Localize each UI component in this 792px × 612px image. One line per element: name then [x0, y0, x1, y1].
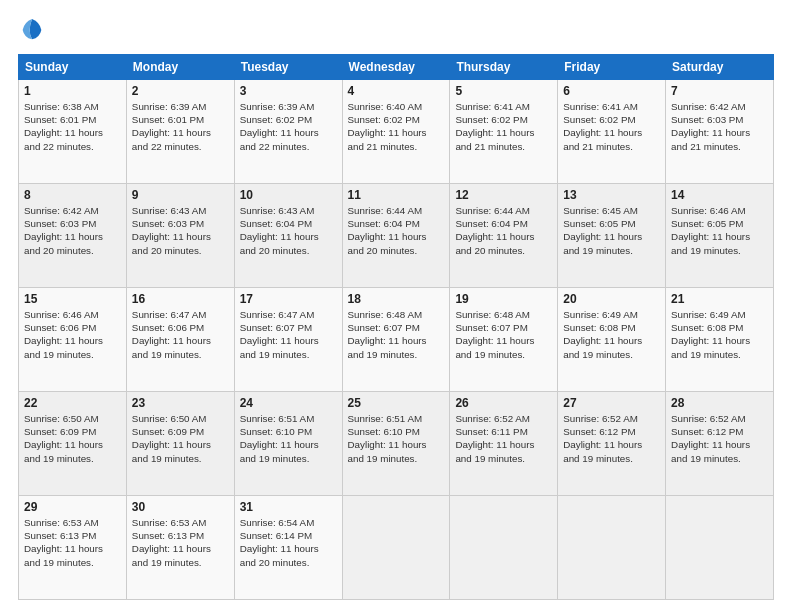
day-info: Sunrise: 6:49 AMSunset: 6:08 PMDaylight:… — [671, 309, 750, 360]
page: SundayMondayTuesdayWednesdayThursdayFrid… — [0, 0, 792, 612]
day-info: Sunrise: 6:51 AMSunset: 6:10 PMDaylight:… — [348, 413, 427, 464]
day-number: 11 — [348, 188, 445, 202]
day-number: 22 — [24, 396, 121, 410]
day-number: 6 — [563, 84, 660, 98]
calendar-cell: 9 Sunrise: 6:43 AMSunset: 6:03 PMDayligh… — [126, 184, 234, 288]
week-row-3: 15 Sunrise: 6:46 AMSunset: 6:06 PMDaylig… — [19, 288, 774, 392]
day-number: 2 — [132, 84, 229, 98]
calendar-cell: 31 Sunrise: 6:54 AMSunset: 6:14 PMDaylig… — [234, 496, 342, 600]
calendar-cell: 30 Sunrise: 6:53 AMSunset: 6:13 PMDaylig… — [126, 496, 234, 600]
calendar-cell: 1 Sunrise: 6:38 AMSunset: 6:01 PMDayligh… — [19, 80, 127, 184]
day-header-friday: Friday — [558, 55, 666, 80]
calendar-cell — [666, 496, 774, 600]
day-number: 7 — [671, 84, 768, 98]
day-info: Sunrise: 6:47 AMSunset: 6:07 PMDaylight:… — [240, 309, 319, 360]
day-info: Sunrise: 6:42 AMSunset: 6:03 PMDaylight:… — [671, 101, 750, 152]
calendar-cell: 2 Sunrise: 6:39 AMSunset: 6:01 PMDayligh… — [126, 80, 234, 184]
day-number: 28 — [671, 396, 768, 410]
day-info: Sunrise: 6:41 AMSunset: 6:02 PMDaylight:… — [455, 101, 534, 152]
week-row-4: 22 Sunrise: 6:50 AMSunset: 6:09 PMDaylig… — [19, 392, 774, 496]
day-number: 31 — [240, 500, 337, 514]
day-info: Sunrise: 6:46 AMSunset: 6:05 PMDaylight:… — [671, 205, 750, 256]
calendar-cell — [342, 496, 450, 600]
day-info: Sunrise: 6:43 AMSunset: 6:03 PMDaylight:… — [132, 205, 211, 256]
calendar-cell: 12 Sunrise: 6:44 AMSunset: 6:04 PMDaylig… — [450, 184, 558, 288]
calendar-table: SundayMondayTuesdayWednesdayThursdayFrid… — [18, 54, 774, 600]
logo-icon — [18, 16, 46, 44]
calendar-cell: 27 Sunrise: 6:52 AMSunset: 6:12 PMDaylig… — [558, 392, 666, 496]
calendar-header: SundayMondayTuesdayWednesdayThursdayFrid… — [19, 55, 774, 80]
calendar-cell: 25 Sunrise: 6:51 AMSunset: 6:10 PMDaylig… — [342, 392, 450, 496]
calendar-cell — [450, 496, 558, 600]
day-header-thursday: Thursday — [450, 55, 558, 80]
calendar-cell: 11 Sunrise: 6:44 AMSunset: 6:04 PMDaylig… — [342, 184, 450, 288]
calendar-cell: 19 Sunrise: 6:48 AMSunset: 6:07 PMDaylig… — [450, 288, 558, 392]
calendar-cell: 7 Sunrise: 6:42 AMSunset: 6:03 PMDayligh… — [666, 80, 774, 184]
day-number: 5 — [455, 84, 552, 98]
day-info: Sunrise: 6:52 AMSunset: 6:12 PMDaylight:… — [671, 413, 750, 464]
day-header-tuesday: Tuesday — [234, 55, 342, 80]
day-number: 24 — [240, 396, 337, 410]
day-info: Sunrise: 6:47 AMSunset: 6:06 PMDaylight:… — [132, 309, 211, 360]
calendar-cell: 28 Sunrise: 6:52 AMSunset: 6:12 PMDaylig… — [666, 392, 774, 496]
day-number: 13 — [563, 188, 660, 202]
header-row: SundayMondayTuesdayWednesdayThursdayFrid… — [19, 55, 774, 80]
calendar-cell: 6 Sunrise: 6:41 AMSunset: 6:02 PMDayligh… — [558, 80, 666, 184]
day-number: 23 — [132, 396, 229, 410]
day-number: 3 — [240, 84, 337, 98]
calendar-cell: 26 Sunrise: 6:52 AMSunset: 6:11 PMDaylig… — [450, 392, 558, 496]
day-info: Sunrise: 6:52 AMSunset: 6:12 PMDaylight:… — [563, 413, 642, 464]
day-header-wednesday: Wednesday — [342, 55, 450, 80]
day-info: Sunrise: 6:52 AMSunset: 6:11 PMDaylight:… — [455, 413, 534, 464]
day-number: 30 — [132, 500, 229, 514]
logo — [18, 16, 50, 44]
calendar-cell: 10 Sunrise: 6:43 AMSunset: 6:04 PMDaylig… — [234, 184, 342, 288]
day-number: 29 — [24, 500, 121, 514]
day-number: 12 — [455, 188, 552, 202]
calendar-cell: 16 Sunrise: 6:47 AMSunset: 6:06 PMDaylig… — [126, 288, 234, 392]
calendar-cell: 3 Sunrise: 6:39 AMSunset: 6:02 PMDayligh… — [234, 80, 342, 184]
calendar-cell: 8 Sunrise: 6:42 AMSunset: 6:03 PMDayligh… — [19, 184, 127, 288]
day-number: 18 — [348, 292, 445, 306]
day-info: Sunrise: 6:53 AMSunset: 6:13 PMDaylight:… — [24, 517, 103, 568]
day-info: Sunrise: 6:50 AMSunset: 6:09 PMDaylight:… — [132, 413, 211, 464]
calendar-cell: 21 Sunrise: 6:49 AMSunset: 6:08 PMDaylig… — [666, 288, 774, 392]
day-info: Sunrise: 6:50 AMSunset: 6:09 PMDaylight:… — [24, 413, 103, 464]
day-header-sunday: Sunday — [19, 55, 127, 80]
header — [18, 16, 774, 44]
calendar-cell: 17 Sunrise: 6:47 AMSunset: 6:07 PMDaylig… — [234, 288, 342, 392]
day-info: Sunrise: 6:40 AMSunset: 6:02 PMDaylight:… — [348, 101, 427, 152]
day-info: Sunrise: 6:44 AMSunset: 6:04 PMDaylight:… — [455, 205, 534, 256]
day-number: 19 — [455, 292, 552, 306]
day-number: 21 — [671, 292, 768, 306]
week-row-5: 29 Sunrise: 6:53 AMSunset: 6:13 PMDaylig… — [19, 496, 774, 600]
day-number: 14 — [671, 188, 768, 202]
day-info: Sunrise: 6:42 AMSunset: 6:03 PMDaylight:… — [24, 205, 103, 256]
day-header-saturday: Saturday — [666, 55, 774, 80]
day-number: 27 — [563, 396, 660, 410]
day-info: Sunrise: 6:48 AMSunset: 6:07 PMDaylight:… — [455, 309, 534, 360]
calendar-cell: 15 Sunrise: 6:46 AMSunset: 6:06 PMDaylig… — [19, 288, 127, 392]
day-info: Sunrise: 6:49 AMSunset: 6:08 PMDaylight:… — [563, 309, 642, 360]
day-number: 17 — [240, 292, 337, 306]
day-info: Sunrise: 6:43 AMSunset: 6:04 PMDaylight:… — [240, 205, 319, 256]
day-number: 25 — [348, 396, 445, 410]
calendar-cell: 4 Sunrise: 6:40 AMSunset: 6:02 PMDayligh… — [342, 80, 450, 184]
calendar-cell: 20 Sunrise: 6:49 AMSunset: 6:08 PMDaylig… — [558, 288, 666, 392]
day-info: Sunrise: 6:54 AMSunset: 6:14 PMDaylight:… — [240, 517, 319, 568]
day-info: Sunrise: 6:44 AMSunset: 6:04 PMDaylight:… — [348, 205, 427, 256]
calendar-cell: 23 Sunrise: 6:50 AMSunset: 6:09 PMDaylig… — [126, 392, 234, 496]
calendar-cell: 24 Sunrise: 6:51 AMSunset: 6:10 PMDaylig… — [234, 392, 342, 496]
day-info: Sunrise: 6:39 AMSunset: 6:02 PMDaylight:… — [240, 101, 319, 152]
day-info: Sunrise: 6:41 AMSunset: 6:02 PMDaylight:… — [563, 101, 642, 152]
day-number: 26 — [455, 396, 552, 410]
calendar-body: 1 Sunrise: 6:38 AMSunset: 6:01 PMDayligh… — [19, 80, 774, 600]
calendar-cell: 5 Sunrise: 6:41 AMSunset: 6:02 PMDayligh… — [450, 80, 558, 184]
day-number: 20 — [563, 292, 660, 306]
day-number: 4 — [348, 84, 445, 98]
day-info: Sunrise: 6:45 AMSunset: 6:05 PMDaylight:… — [563, 205, 642, 256]
calendar-cell: 14 Sunrise: 6:46 AMSunset: 6:05 PMDaylig… — [666, 184, 774, 288]
day-info: Sunrise: 6:51 AMSunset: 6:10 PMDaylight:… — [240, 413, 319, 464]
calendar-cell: 29 Sunrise: 6:53 AMSunset: 6:13 PMDaylig… — [19, 496, 127, 600]
day-number: 16 — [132, 292, 229, 306]
